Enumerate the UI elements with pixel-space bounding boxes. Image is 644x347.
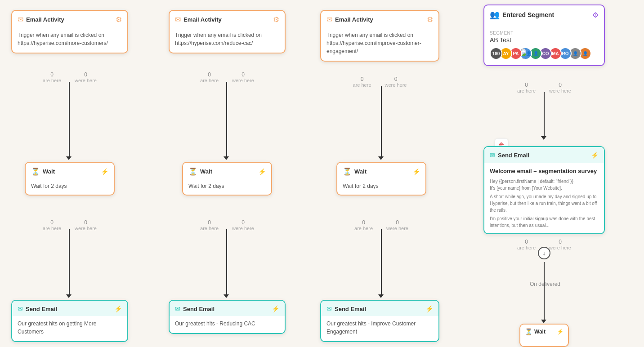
settings-icon-segment[interactable]: ⚙ <box>592 11 599 19</box>
settings-icon-3[interactable]: ⚙ <box>427 15 433 24</box>
envelope-icon-se3: ✉ <box>326 305 332 312</box>
connector-ea1-wait1 <box>69 82 70 157</box>
card-header-1: ✉ Email Activity ⚙ <box>12 11 127 27</box>
connector-w2-se2 <box>226 229 227 295</box>
email-activity-node-3[interactable]: ✉ Email Activity ⚙ Trigger when any emai… <box>320 10 439 62</box>
card-header-2: ✉ Email Activity ⚙ <box>170 11 285 27</box>
send-email-large-body: Welcome email – segmentation survey Hey … <box>484 163 604 233</box>
send-email-node-3[interactable]: ✉ Send Email ⚡ Our greatest hits - Impro… <box>320 300 439 342</box>
send-email-body-3: Our greatest hits - Improve Customer Eng… <box>321 316 438 341</box>
envelope-icon-1: ✉ <box>18 15 23 24</box>
lightning-icon-waitb: ⚡ <box>557 329 564 335</box>
email-activity-node-1[interactable]: ✉ Email Activity ⚙ Trigger when any emai… <box>11 10 128 53</box>
arrow-w1-se1 <box>66 294 72 298</box>
lightning-icon-wait1: ⚡ <box>101 168 108 175</box>
lightning-icon-wait2: ⚡ <box>258 168 266 175</box>
wait-body-3: Wait for 2 days <box>337 179 425 195</box>
lightning-icon-se3: ⚡ <box>425 305 433 312</box>
wait-header-1: ⏳ Wait ⚡ <box>26 163 114 179</box>
stats-row-ea3: 0 are here 0 were here <box>320 76 439 88</box>
email-activity-body-2: Trigger when any email is clicked on htt… <box>170 27 285 53</box>
entered-segment-card[interactable]: 👥 Entered Segment ⚙ SEGMENT AB Test 180 … <box>483 4 605 66</box>
arrow-ea3-wait3 <box>378 156 384 160</box>
avatar-count: 180 <box>490 47 502 60</box>
stats-row-ea1: 0 are here 0 were here <box>11 71 128 83</box>
are-here-ea1: 0 <box>43 71 61 78</box>
email-activity-title-2: Email Activity <box>183 16 222 23</box>
arrow-sel-waitb <box>541 320 546 323</box>
wait-bottom-title: Wait <box>534 329 546 335</box>
connector-ea2-wait2 <box>226 82 227 157</box>
email-activity-title-3: Email Activity <box>335 16 373 23</box>
envelope-icon-3: ✉ <box>326 15 332 24</box>
segment-card-body: SEGMENT AB Test 180 AY PA 👤 👤 CO MA RO 👤 <box>484 23 604 65</box>
send-email-header-3: ✉ Send Email ⚡ <box>321 301 438 316</box>
hourglass-icon-3: ⏳ <box>343 167 352 176</box>
wait-header-3: ⏳ Wait ⚡ <box>337 163 425 179</box>
connector-sel-waitb <box>544 262 545 320</box>
envelope-icon-se2: ✉ <box>175 305 180 312</box>
wait-body-1: Wait for 2 days <box>26 179 114 195</box>
lightning-icon-se1: ⚡ <box>114 305 122 312</box>
wait-node-3[interactable]: ⏳ Wait ⚡ Wait for 2 days <box>336 162 426 196</box>
email-subject: Welcome email – segmentation survey <box>490 168 599 174</box>
people-icon: 👥 <box>490 10 500 20</box>
send-email-node-1[interactable]: ✉ Send Email ⚡ Our greatest hits on gett… <box>11 300 128 342</box>
wait-node-bottom[interactable]: ⏳ Wait ⚡ <box>519 324 569 347</box>
lightning-icon-large: ⚡ <box>591 151 599 159</box>
email-activity-title-1: Email Activity <box>26 16 64 23</box>
settings-icon-2[interactable]: ⚙ <box>273 15 279 24</box>
connector-seg-sel <box>544 92 545 137</box>
hourglass-icon-2: ⏳ <box>188 167 197 176</box>
send-email-title-2: Send Email <box>183 306 215 312</box>
connector-w1-se1 <box>69 229 70 295</box>
wait-body-2: Wait for 2 days <box>183 179 271 195</box>
email-activity-node-2[interactable]: ✉ Email Activity ⚙ Trigger when any emai… <box>169 10 286 53</box>
on-delivered-label: On delivered <box>530 281 560 287</box>
arrow-ea2-wait2 <box>224 156 229 160</box>
email-activity-body-1: Trigger when any email is clicked on htt… <box>12 27 127 53</box>
envelope-icon-2: ✉ <box>175 15 181 24</box>
wait-node-1[interactable]: ⏳ Wait ⚡ Wait for 2 days <box>25 162 115 196</box>
stats-row-w1: 0 are here 0 were here <box>25 219 115 231</box>
settings-icon-1[interactable]: ⚙ <box>116 15 122 24</box>
connector-w3-se3 <box>381 229 382 295</box>
stats-row-w2: 0 are here 0 were here <box>182 219 272 231</box>
arrow-w2-se2 <box>224 294 229 298</box>
send-email-large-header: ✉ Send Email ⚡ <box>484 147 604 163</box>
send-email-large-card[interactable]: ✉ Send Email ⚡ Welcome email – segmentat… <box>483 146 605 234</box>
were-here-ea1: 0 <box>75 71 97 78</box>
arrow-seg-sel <box>541 136 546 140</box>
send-email-body-1: Our greatest hits on getting More Custom… <box>12 316 127 341</box>
wait-bottom-header: ⏳ Wait ⚡ <box>520 325 568 339</box>
email-activity-body-3: Trigger when any email is clicked on htt… <box>321 27 438 61</box>
arrow-ea1-wait1 <box>66 156 72 160</box>
card-header-3: ✉ Email Activity ⚙ <box>321 11 438 27</box>
workflow-canvas: ✉ Email Activity ⚙ Trigger when any emai… <box>0 0 644 347</box>
send-email-node-2[interactable]: ✉ Send Email ⚡ Our greatest hits - Reduc… <box>169 300 286 334</box>
hourglass-icon-bottom: ⏳ <box>525 328 532 335</box>
send-email-title-3: Send Email <box>335 306 366 312</box>
lightning-icon-wait3: ⚡ <box>412 168 420 175</box>
send-email-body-2: Our greatest hits - Reducing CAC <box>170 316 285 333</box>
segment-name: AB Test <box>490 36 599 44</box>
hourglass-icon-1: ⏳ <box>31 167 40 176</box>
segment-card-title: Entered Segment <box>502 11 554 18</box>
expand-button[interactable]: ↓ <box>538 247 550 259</box>
lightning-icon-se2: ⚡ <box>272 305 279 312</box>
envelope-icon-se1: ✉ <box>18 305 23 312</box>
send-email-header-1: ✉ Send Email ⚡ <box>12 301 127 316</box>
wait-title-3: Wait <box>354 168 367 175</box>
wait-title-1: Wait <box>43 168 55 175</box>
envelope-icon-large: ✉ <box>490 151 495 159</box>
arrow-down-icon: ↓ <box>543 249 546 257</box>
connector-ea3-wait3 <box>381 86 382 157</box>
wait-header-2: ⏳ Wait ⚡ <box>183 163 271 179</box>
arrow-w3-se3 <box>378 294 384 298</box>
send-email-large-title: Send Email <box>498 152 529 159</box>
send-email-title-1: Send Email <box>26 306 57 312</box>
email-preview: Hey {{person.firstName | default: "frien… <box>490 178 599 229</box>
stats-row-ea2: 0 are here 0 were here <box>169 71 286 83</box>
send-email-header-2: ✉ Send Email ⚡ <box>170 301 285 316</box>
wait-node-2[interactable]: ⏳ Wait ⚡ Wait for 2 days <box>182 162 272 196</box>
